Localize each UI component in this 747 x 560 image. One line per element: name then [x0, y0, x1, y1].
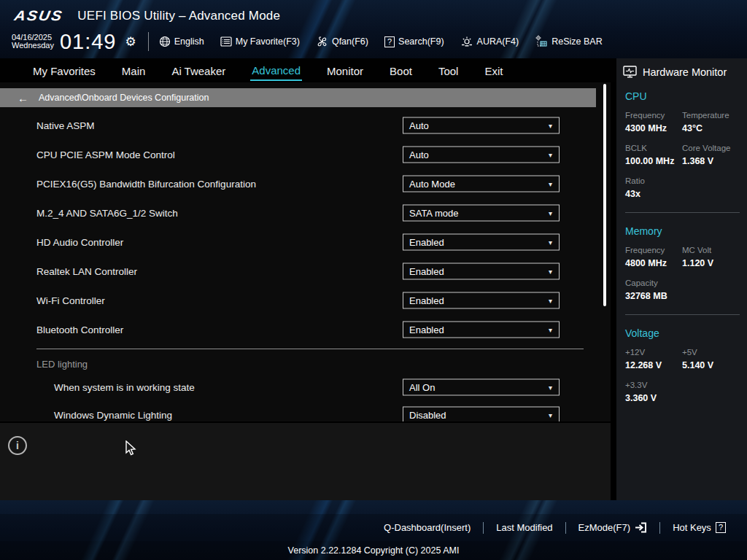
- setting-row: When system is in working state All On▾: [0, 373, 611, 401]
- setting-row: M.2_4 AND SATA6G_1/2 Switch SATA mode▾: [0, 198, 611, 228]
- hm-stat-value: 5.140 V: [682, 359, 747, 372]
- dropdown-value: Auto: [409, 120, 429, 131]
- divider: [148, 32, 149, 51]
- top-banner: ASUS UEFI BIOS Utility – Advanced Mode 0…: [0, 0, 747, 58]
- hm-stat-label: +3.3V: [625, 380, 682, 390]
- dropdown-value: SATA mode: [409, 208, 458, 219]
- aura-button[interactable]: AURA(F4): [460, 36, 519, 47]
- wifi-dropdown[interactable]: Enabled▾: [403, 292, 560, 309]
- led-working-state-dropdown[interactable]: All On▾: [403, 379, 560, 396]
- hm-stat-value: 43x: [625, 188, 682, 201]
- setting-row: Realtek LAN Controller Enabled▾: [0, 257, 611, 286]
- q-dashboard-label: Q-Dashboard(Insert): [384, 522, 471, 533]
- hd-audio-dropdown[interactable]: Enabled▾: [403, 234, 560, 251]
- hm-stat-label: Capacity: [625, 278, 682, 288]
- dropdown-value: All On: [409, 382, 435, 393]
- hot-keys-label: Hot Keys: [673, 522, 711, 533]
- setting-label: Wi-Fi Controller: [36, 295, 105, 306]
- chevron-down-icon: ▾: [549, 151, 552, 159]
- hm-stat-value: 12.268 V: [625, 359, 682, 372]
- hm-stat: BCLK100.00 MHz: [625, 143, 682, 168]
- my-favorite-label: My Favorite(F3): [236, 36, 300, 47]
- tab-tool[interactable]: Tool: [437, 61, 460, 80]
- tab-boot[interactable]: Boot: [388, 61, 414, 80]
- hm-stat: MC Volt1.120 V: [682, 245, 747, 270]
- ezmode-button[interactable]: EzMode(F7): [566, 522, 660, 533]
- setting-label: PCIEX16(G5) Bandwidth Bifurcation Config…: [36, 179, 256, 190]
- hm-stat-value: 3.360 V: [625, 392, 682, 405]
- hm-stat-label: BCLK: [625, 143, 682, 153]
- hm-stat-label: Ratio: [625, 176, 682, 186]
- setting-row: Bluetooth Controller Enabled▾: [0, 315, 611, 344]
- setting-label: Bluetooth Controller: [36, 324, 123, 335]
- hm-stat: Ratio43x: [625, 176, 682, 201]
- dropdown-value: Auto Mode: [409, 179, 455, 190]
- native-aspm-dropdown[interactable]: Auto▾: [403, 117, 560, 134]
- hm-stat-label: Frequency: [625, 110, 682, 120]
- chevron-down-icon: ▾: [549, 297, 552, 305]
- ezmode-exit-icon: [635, 522, 647, 533]
- tab-ai-tweaker[interactable]: Ai Tweaker: [170, 61, 227, 80]
- qfan-label: Qfan(F6): [332, 36, 368, 47]
- hm-stat-value: 1.368 V: [682, 155, 747, 168]
- mouse-cursor: [125, 440, 136, 456]
- ezmode-label: EzMode(F7): [578, 522, 631, 533]
- last-modified-button[interactable]: Last Modified: [484, 522, 565, 533]
- date-display: 04/16/2025 Wednesday: [12, 34, 54, 50]
- dropdown-value: Disabled: [409, 410, 446, 421]
- tab-monitor[interactable]: Monitor: [325, 61, 365, 80]
- tab-exit[interactable]: Exit: [483, 61, 504, 80]
- tab-main[interactable]: Main: [120, 61, 147, 80]
- pciex16-bifurcation-dropdown[interactable]: Auto Mode▾: [403, 176, 560, 192]
- setting-row: PCIEX16(G5) Bandwidth Bifurcation Config…: [0, 169, 611, 198]
- hm-stat-label: Frequency: [625, 245, 682, 255]
- info-icon: i: [8, 436, 27, 455]
- hm-stat: +3.3V3.360 V: [625, 380, 682, 405]
- tab-advanced[interactable]: Advanced: [250, 61, 302, 81]
- hm-stat: Frequency4300 MHz: [625, 110, 682, 135]
- hm-stat: Temperature43°C: [682, 110, 747, 135]
- hm-stat-value: 100.00 MHz: [625, 155, 682, 168]
- back-arrow-icon[interactable]: ←: [18, 92, 28, 104]
- q-dashboard-button[interactable]: Q-Dashboard(Insert): [371, 522, 483, 533]
- chevron-down-icon: ▾: [549, 326, 552, 334]
- hm-section-memory: Memory: [616, 213, 747, 237]
- cpu-pcie-aspm-dropdown[interactable]: Auto▾: [403, 147, 560, 163]
- scrollbar[interactable]: [603, 84, 606, 306]
- language-label: English: [174, 36, 204, 47]
- my-favorite-button[interactable]: My Favorite(F3): [220, 36, 300, 47]
- setting-label: Windows Dynamic Lighting: [54, 410, 172, 421]
- hardware-monitor-icon: [623, 66, 637, 78]
- language-button[interactable]: English: [159, 36, 204, 47]
- tab-my-favorites[interactable]: My Favorites: [31, 61, 97, 80]
- resize-bar-button[interactable]: ReSize BAR: [535, 35, 602, 48]
- hot-keys-question-icon: ?: [716, 522, 726, 533]
- qfan-button[interactable]: Qfan(F6): [316, 36, 368, 47]
- gear-icon[interactable]: ⚙: [125, 34, 136, 50]
- hm-stat-label: Core Voltage: [682, 143, 747, 153]
- hm-stat: +12V12.268 V: [625, 347, 682, 372]
- setting-row: Wi-Fi Controller Enabled▾: [0, 286, 611, 315]
- dropdown-value: Enabled: [409, 266, 444, 277]
- hardware-monitor-panel: Hardware Monitor CPU Frequency4300 MHz T…: [616, 58, 747, 514]
- dropdown-value: Auto: [409, 149, 429, 160]
- asus-logo: ASUS: [13, 8, 64, 24]
- aura-label: AURA(F4): [477, 36, 519, 47]
- main-menu: My Favorites Main Ai Tweaker Advanced Mo…: [0, 58, 616, 82]
- hot-keys-button[interactable]: Hot Keys ?: [660, 522, 738, 533]
- realtek-lan-dropdown[interactable]: Enabled▾: [403, 263, 560, 280]
- bluetooth-dropdown[interactable]: Enabled▾: [403, 322, 560, 338]
- m2-sata-switch-dropdown[interactable]: SATA mode▾: [403, 205, 560, 222]
- windows-dynamic-lighting-dropdown[interactable]: Disabled▾: [403, 407, 560, 422]
- led-lighting-section-label: LED lighting: [0, 349, 611, 373]
- chevron-down-icon: ▾: [549, 122, 552, 130]
- dropdown-value: Enabled: [409, 324, 444, 335]
- chevron-down-icon: ▾: [549, 238, 552, 246]
- search-button[interactable]: ? Search(F9): [384, 36, 444, 47]
- setting-label: M.2_4 AND SATA6G_1/2 Switch: [36, 208, 178, 219]
- aura-icon: [460, 36, 473, 47]
- footer-bar: Q-Dashboard(Insert) Last Modified EzMode…: [0, 514, 747, 541]
- hm-section-voltage: Voltage: [616, 315, 747, 339]
- chevron-down-icon: ▾: [549, 209, 552, 217]
- hm-stat: Frequency4800 MHz: [625, 245, 682, 270]
